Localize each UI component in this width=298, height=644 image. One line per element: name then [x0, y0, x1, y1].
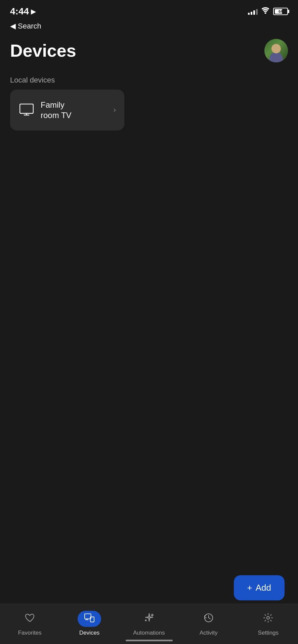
add-button[interactable]: + Add: [234, 575, 285, 600]
sparkle-icon: [144, 613, 154, 625]
page-title: Devices: [10, 41, 76, 61]
wifi-icon: [261, 7, 270, 16]
add-button-label: Add: [256, 583, 271, 593]
svg-point-0: [265, 12, 266, 14]
back-arrow-icon: ◀: [10, 22, 16, 31]
location-arrow-icon: ▶: [31, 7, 36, 15]
nav-item-devices[interactable]: Devices: [59, 609, 119, 636]
device-card[interactable]: Familyroom TV ›: [10, 90, 124, 130]
tv-icon: [18, 102, 35, 118]
section-title: Local devices: [0, 69, 298, 90]
heart-icon: [25, 613, 35, 625]
bottom-nav: Favorites Devices: [0, 604, 298, 644]
nav-item-settings[interactable]: Settings: [239, 609, 298, 636]
home-indicator: [126, 640, 173, 641]
device-name: Familyroom TV: [41, 100, 72, 120]
automations-icon-container: [137, 611, 161, 627]
chevron-right-icon: ›: [114, 106, 116, 114]
signal-bars-icon: [248, 8, 258, 15]
nav-label-devices: Devices: [79, 630, 99, 636]
nav-label-settings: Settings: [258, 630, 279, 636]
settings-icon-container: [256, 611, 280, 627]
devices-icon: [84, 613, 94, 625]
nav-item-favorites[interactable]: Favorites: [0, 609, 59, 636]
back-label: Search: [18, 22, 41, 31]
favorites-icon-container: [18, 611, 42, 627]
plus-icon: +: [247, 583, 252, 593]
nav-item-activity[interactable]: Activity: [179, 609, 238, 636]
gear-icon: [263, 613, 273, 625]
svg-rect-1: [20, 104, 33, 113]
battery-icon: 64: [273, 8, 288, 15]
status-left: 4:44 ▶: [10, 6, 36, 17]
status-time: 4:44: [10, 6, 29, 17]
status-bar: 4:44 ▶ 64: [0, 0, 298, 20]
back-navigation[interactable]: ◀ Search: [0, 20, 298, 36]
device-left: Familyroom TV: [18, 100, 72, 120]
nav-item-automations[interactable]: Automations: [119, 609, 179, 636]
user-avatar[interactable]: [264, 39, 288, 62]
status-right: 64: [248, 7, 288, 16]
activity-icon-container: [197, 611, 220, 627]
nav-label-activity: Activity: [200, 630, 218, 636]
history-icon: [204, 613, 214, 625]
header: Devices: [0, 36, 298, 69]
nav-label-favorites: Favorites: [18, 630, 42, 636]
device-item-family-room-tv[interactable]: Familyroom TV ›: [10, 90, 124, 130]
devices-icon-container: [78, 611, 101, 627]
svg-point-9: [267, 616, 269, 619]
local-devices-section: Local devices Familyroom TV ›: [0, 69, 298, 130]
nav-label-automations: Automations: [133, 630, 165, 636]
